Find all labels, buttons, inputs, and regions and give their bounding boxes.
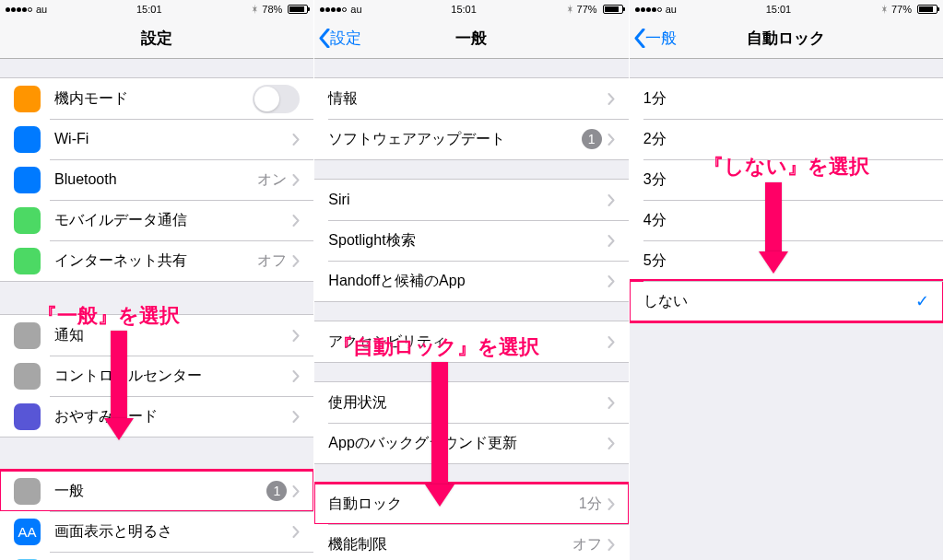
row-label: アクセシビリティ bbox=[328, 332, 607, 352]
autolock-row[interactable]: しない✓ bbox=[630, 281, 943, 321]
list-access: アクセシビリティ bbox=[314, 321, 628, 363]
row-label: Wi-Fi bbox=[54, 131, 287, 147]
row-label: 一般 bbox=[54, 482, 266, 501]
signal-dots-icon bbox=[320, 7, 347, 12]
settings-row[interactable]: コントロールセンター bbox=[0, 356, 313, 396]
pane-general: au 15:01 77% 設定 一般 情報ソフトウェアアップデート1 SiriS… bbox=[314, 0, 629, 560]
app-icon bbox=[14, 478, 41, 505]
back-button[interactable]: 設定 bbox=[318, 28, 361, 49]
status-bar: au 15:01 77% bbox=[630, 0, 943, 18]
list-general: 一般1AA画面表示と明るさ壁紙 bbox=[0, 470, 313, 560]
page-title: 設定 bbox=[141, 28, 172, 49]
nav-bar: 設定 一般 bbox=[314, 18, 628, 59]
general-row[interactable]: ソフトウェアアップデート1 bbox=[314, 119, 628, 159]
app-icon bbox=[14, 167, 41, 193]
general-row[interactable]: アクセシビリティ bbox=[314, 321, 628, 362]
status-carrier: au bbox=[36, 4, 47, 15]
chevron-right-icon bbox=[608, 438, 615, 449]
chevron-right-icon bbox=[608, 336, 615, 348]
app-icon bbox=[14, 248, 41, 274]
status-carrier: au bbox=[666, 4, 677, 15]
chevron-right-icon bbox=[292, 370, 300, 382]
general-row[interactable]: 情報 bbox=[314, 78, 628, 119]
list-autolock: 自動ロック1分機能制限オフ bbox=[314, 483, 628, 560]
status-bar: au 15:01 78% bbox=[0, 0, 313, 18]
row-detail: オン bbox=[257, 170, 287, 190]
general-row[interactable]: Handoffと候補のApp bbox=[314, 261, 628, 301]
settings-row[interactable]: 通知 bbox=[0, 315, 313, 356]
chevron-right-icon bbox=[608, 275, 615, 287]
row-detail: オフ bbox=[572, 535, 602, 554]
badge: 1 bbox=[266, 481, 287, 501]
row-detail: 1分 bbox=[579, 495, 602, 514]
status-battery-pct: 77% bbox=[891, 4, 912, 15]
nav-bar: 設定 bbox=[0, 18, 313, 59]
settings-row[interactable]: おやすみモード bbox=[0, 396, 313, 437]
checkmark-icon: ✓ bbox=[915, 291, 929, 311]
row-label: 機能制限 bbox=[328, 535, 572, 554]
row-label: 使用状況 bbox=[328, 393, 607, 413]
back-button[interactable]: 一般 bbox=[633, 28, 677, 49]
chevron-right-icon bbox=[292, 411, 300, 423]
chevron-right-icon bbox=[292, 134, 300, 146]
chevron-right-icon bbox=[608, 93, 615, 105]
bluetooth-icon bbox=[566, 4, 573, 15]
list-network: 機内モードWi-FiBluetoothオンモバイルデータ通信インターネット共有オ… bbox=[0, 77, 313, 282]
chevron-right-icon bbox=[608, 134, 615, 146]
row-label: 機内モード bbox=[54, 89, 253, 109]
row-label: 2分 bbox=[643, 130, 929, 149]
settings-row[interactable]: モバイルデータ通信 bbox=[0, 200, 313, 240]
row-detail: オフ bbox=[257, 251, 287, 271]
pane-settings: au 15:01 78% 設定 機内モードWi-FiBluetoothオンモバイ… bbox=[0, 0, 314, 560]
chevron-right-icon bbox=[292, 330, 300, 342]
row-label: 情報 bbox=[328, 89, 607, 109]
chevron-left-icon bbox=[633, 29, 645, 48]
status-time: 15:01 bbox=[136, 4, 162, 15]
chevron-left-icon bbox=[318, 29, 330, 48]
status-time: 15:01 bbox=[451, 4, 477, 15]
chevron-right-icon bbox=[292, 526, 300, 538]
row-label: おやすみモード bbox=[54, 407, 292, 426]
general-row[interactable]: Spotlight検索 bbox=[314, 220, 628, 261]
back-label: 一般 bbox=[645, 28, 677, 49]
row-label: Bluetooth bbox=[54, 171, 257, 188]
chevron-right-icon bbox=[608, 194, 615, 206]
chevron-right-icon bbox=[292, 255, 300, 267]
battery-icon bbox=[603, 5, 623, 14]
autolock-row[interactable]: 1分 bbox=[630, 78, 943, 119]
status-carrier: au bbox=[350, 4, 361, 15]
settings-row[interactable]: インターネット共有オフ bbox=[0, 240, 313, 281]
status-battery-pct: 78% bbox=[262, 4, 282, 15]
bluetooth-icon bbox=[880, 4, 888, 15]
chevron-right-icon bbox=[292, 174, 300, 186]
app-icon bbox=[14, 86, 41, 112]
chevron-right-icon bbox=[608, 235, 615, 247]
general-row[interactable]: 機能制限オフ bbox=[314, 524, 628, 560]
general-row[interactable]: Appのバックグラウンド更新 bbox=[314, 423, 628, 463]
settings-row[interactable]: Wi-Fi bbox=[0, 119, 313, 159]
app-icon bbox=[14, 322, 41, 349]
general-row[interactable]: 自動ロック1分 bbox=[314, 484, 628, 524]
back-label: 設定 bbox=[330, 28, 361, 49]
pane-autolock: au 15:01 77% 一般 自動ロック 1分2分3分4分5分しない✓ 『しな… bbox=[630, 0, 944, 560]
row-label: ソフトウェアアップデート bbox=[328, 130, 581, 149]
settings-row[interactable]: 機内モード bbox=[0, 78, 313, 119]
row-label: しない bbox=[643, 292, 915, 311]
settings-row[interactable]: Bluetoothオン bbox=[0, 159, 313, 200]
app-icon: AA bbox=[14, 519, 41, 545]
row-label: Appのバックグラウンド更新 bbox=[328, 434, 607, 453]
row-label: Spotlight検索 bbox=[328, 231, 607, 251]
app-icon bbox=[14, 207, 41, 234]
chevron-right-icon bbox=[608, 539, 615, 551]
status-bar: au 15:01 77% bbox=[314, 0, 628, 18]
settings-row[interactable]: 一般1 bbox=[0, 471, 313, 511]
general-row[interactable]: Siri bbox=[314, 180, 628, 220]
settings-row[interactable]: 壁紙 bbox=[0, 552, 313, 560]
settings-row[interactable]: AA画面表示と明るさ bbox=[0, 511, 313, 552]
toggle-switch[interactable] bbox=[253, 85, 300, 113]
row-label: インターネット共有 bbox=[54, 251, 257, 271]
bluetooth-icon bbox=[251, 4, 258, 15]
autolock-row[interactable]: 2分 bbox=[630, 119, 943, 159]
row-label: モバイルデータ通信 bbox=[54, 211, 292, 230]
general-row[interactable]: 使用状況 bbox=[314, 382, 628, 423]
